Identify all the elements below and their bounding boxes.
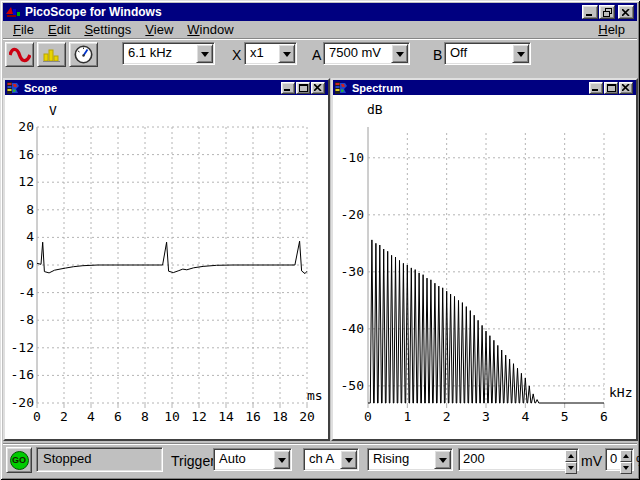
menu-bar: File Edit Settings View Window Help [3, 21, 637, 38]
x-tick-label: 0 [364, 409, 372, 424]
spinner-buttons [565, 450, 577, 469]
spectrum-window-controls [588, 82, 636, 94]
chevron-down-icon [283, 52, 291, 61]
trigger-edge-dropdown-button[interactable] [434, 450, 451, 469]
y-tick-label: -12 [11, 340, 34, 355]
threshold-unit-label: mV [581, 453, 602, 469]
spectrum-plot: 0123456-10-20-30-40-50dBkHz [333, 95, 636, 439]
y-tick-label: 12 [18, 174, 34, 189]
spectrum-view-button[interactable] [37, 42, 66, 67]
y-tick-label: -4 [18, 285, 34, 300]
spin-down-button[interactable] [620, 462, 632, 474]
pretrigger-spinner[interactable]: 0 [605, 448, 634, 471]
status-field: Stopped [36, 447, 163, 472]
channel-a-dropdown-button[interactable] [391, 44, 408, 63]
timebase-combo[interactable]: 6.1 kHz [122, 42, 215, 65]
scope-window-controls [280, 82, 328, 94]
channel-a-range-combo[interactable]: 7500 mV [323, 42, 410, 65]
x-tick-label: 4 [87, 409, 95, 424]
x-tick-label: 20 [299, 409, 315, 424]
y-tick-label: -30 [341, 264, 364, 279]
y-tick-label: -20 [11, 395, 34, 410]
timebase-value: 6.1 kHz [123, 43, 195, 64]
trigger-mode-dropdown-button[interactable] [273, 450, 290, 469]
spectrum-window: Spectrum 0123456-10-20 [331, 78, 638, 441]
x-multiplier-combo[interactable]: x1 [244, 42, 297, 65]
spin-up-button[interactable] [620, 450, 632, 462]
channel-b-label: B [433, 47, 442, 63]
minimize-button[interactable] [582, 5, 598, 19]
trigger-channel-combo[interactable]: ch A [303, 448, 359, 471]
spin-down-button[interactable] [565, 462, 577, 474]
gauge-icon [74, 45, 93, 64]
scope-maximize-button[interactable] [296, 82, 310, 94]
restore-button[interactable] [599, 5, 615, 19]
maximize-icon [607, 84, 616, 92]
close-button[interactable] [618, 5, 634, 19]
chevron-down-icon [439, 458, 447, 467]
y-tick-label: 4 [26, 229, 34, 244]
window-controls [581, 5, 637, 19]
spin-up-button[interactable] [565, 450, 577, 462]
chevron-down-icon [201, 52, 209, 61]
x-multiplier-label: X [232, 47, 241, 63]
channel-a-label: A [312, 47, 321, 63]
trigger-edge-combo[interactable]: Rising [367, 448, 453, 471]
scope-window-icon [7, 82, 21, 94]
trigger-channel-dropdown-button[interactable] [340, 450, 357, 469]
channel-b-range-combo[interactable]: Off [444, 42, 531, 65]
y-axis-unit-label: dB [367, 102, 383, 117]
x-tick-label: 12 [191, 409, 207, 424]
chevron-up-icon [568, 451, 574, 458]
channel-b-dropdown-button[interactable] [512, 44, 529, 63]
x-axis-unit-label: ms [307, 388, 323, 403]
spectrum-window-title: Spectrum [352, 82, 403, 94]
minimize-icon [592, 84, 600, 91]
window-title: PicoScope for Windows [25, 5, 162, 19]
trigger-threshold-spinner[interactable]: 200 [458, 448, 579, 471]
y-tick-label: 8 [26, 202, 34, 217]
minimize-icon [586, 9, 594, 16]
chevron-down-icon [396, 52, 404, 61]
y-tick-label: 16 [18, 147, 34, 162]
trigger-mode-combo[interactable]: Auto [213, 448, 292, 471]
chevron-up-icon [623, 451, 629, 458]
x-multiplier-dropdown-button[interactable] [278, 44, 295, 63]
spectrum-minimize-button[interactable] [589, 82, 603, 94]
trigger-mode-value: Auto [214, 449, 272, 470]
scope-window: Scope 0246810121416182 [3, 78, 330, 441]
x-tick-label: 4 [521, 409, 529, 424]
menu-edit[interactable]: Edit [42, 21, 78, 38]
menu-file[interactable]: File [7, 21, 42, 38]
scope-minimize-button[interactable] [281, 82, 295, 94]
menu-settings[interactable]: Settings [78, 21, 139, 38]
y-tick-label: -8 [18, 312, 34, 327]
timebase-dropdown-button[interactable] [196, 44, 213, 63]
x-tick-label: 18 [272, 409, 288, 424]
menu-view[interactable]: View [139, 21, 181, 38]
main-title-bar[interactable]: PicoScope for Windows [3, 3, 637, 21]
menu-help[interactable]: Help [592, 21, 633, 38]
x-tick-label: 14 [218, 409, 234, 424]
menu-window[interactable]: Window [181, 21, 241, 38]
close-icon [622, 84, 630, 91]
x-tick-label: 0 [33, 409, 41, 424]
x-tick-label: 8 [141, 409, 149, 424]
close-icon [314, 84, 322, 91]
y-tick-label: 0 [26, 257, 34, 272]
spectrum-maximize-button[interactable] [604, 82, 618, 94]
spectrum-close-button[interactable] [619, 82, 633, 94]
scope-view-button[interactable] [5, 42, 34, 67]
scope-title-bar[interactable]: Scope [5, 80, 328, 95]
trigger-channel-value: ch A [304, 449, 339, 470]
x-tick-label: 10 [164, 409, 180, 424]
x-tick-label: 2 [60, 409, 68, 424]
meter-view-button[interactable] [69, 42, 98, 67]
restore-icon [603, 8, 612, 17]
chevron-down-icon [278, 458, 286, 467]
spectrum-title-bar[interactable]: Spectrum [333, 80, 636, 95]
x-tick-label: 16 [245, 409, 261, 424]
go-button[interactable]: GO [6, 447, 32, 473]
trigger-label: Trigger [171, 453, 215, 469]
scope-close-button[interactable] [311, 82, 325, 94]
